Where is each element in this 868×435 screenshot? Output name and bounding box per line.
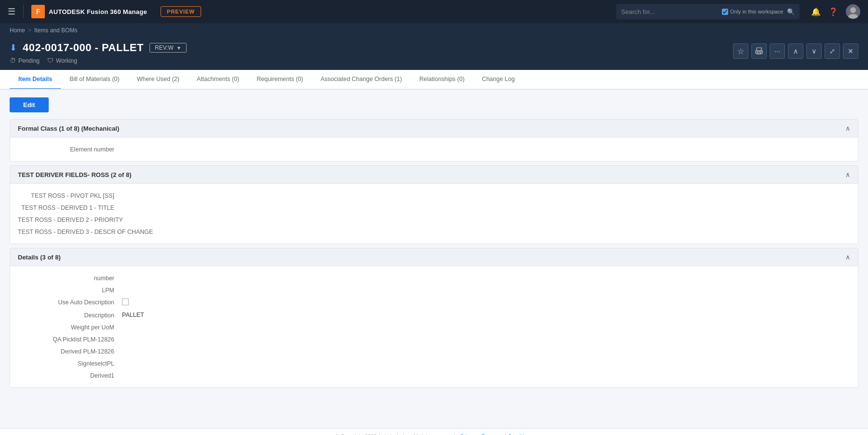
field-label-derived-plm: Derived PLM-12826	[18, 348, 114, 355]
field-weight: Weight per UoM	[18, 321, 850, 333]
tab-change-orders[interactable]: Associated Change Orders (1)	[312, 70, 411, 90]
footer: © Copyright 2023 Autodesk, Inc. All righ…	[0, 428, 868, 435]
breadcrumb-sep: >	[28, 27, 31, 34]
main-content: Edit Formal Class (1 of 8) (Mechanical) …	[0, 90, 868, 428]
nav-up-button[interactable]: ∧	[788, 43, 803, 59]
field-signleselct: SignleselctPL	[18, 357, 850, 369]
star-button[interactable]: ☆	[733, 43, 748, 59]
field-derived-2: TEST ROSS - DERIVED 2 - PRIORITY	[18, 214, 850, 226]
brand-logo-area: F AUTODESK Fusion 360 Manage	[31, 5, 147, 18]
clock-icon: ⏱	[10, 57, 16, 64]
top-nav-icons: 🔔 ❓	[811, 4, 860, 19]
pending-label: Pending	[18, 57, 40, 64]
tab-attachments[interactable]: Attachments (0)	[188, 70, 248, 90]
rev-badge-button[interactable]: REV:W ▼	[149, 43, 187, 53]
hamburger-menu[interactable]: ☰	[8, 6, 15, 17]
more-button[interactable]: ···	[770, 43, 785, 59]
search-input[interactable]	[621, 8, 718, 15]
item-status-row: ⏱ Pending 🛡 Working	[10, 57, 187, 64]
workspace-filter[interactable]: Only in this workspace	[722, 9, 783, 15]
svg-point-1	[848, 14, 858, 19]
tab-where-used[interactable]: Where Used (2)	[128, 70, 188, 90]
user-avatar[interactable]	[846, 4, 860, 19]
section-details-title: Details (3 of 8)	[18, 254, 61, 261]
tab-bom[interactable]: Bill of Materials (0)	[61, 70, 128, 90]
breadcrumb: Home > Items and BOMs	[0, 23, 868, 38]
notification-icon[interactable]: 🔔	[811, 7, 821, 16]
section-test-deriver-body: TEST ROSS - PIVOT PKL [SS] TEST ROSS - D…	[10, 184, 858, 244]
nav-divider	[23, 5, 24, 18]
rev-label: REV:W	[155, 44, 174, 51]
section-details-body: number LPM Use Auto Description Descript…	[10, 266, 858, 387]
field-label-description: Description	[18, 312, 114, 319]
field-lpm: LPM	[18, 284, 850, 296]
section-formal-class-header[interactable]: Formal Class (1 of 8) (Mechanical) ∧	[10, 120, 858, 137]
section-test-deriver-caret: ∧	[845, 171, 850, 178]
shield-icon: 🛡	[47, 57, 54, 64]
auto-description-checkbox[interactable]	[122, 299, 129, 305]
field-number: number	[18, 272, 850, 284]
rev-caret-icon: ▼	[176, 45, 181, 51]
section-formal-class: Formal Class (1 of 8) (Mechanical) ∧ Ele…	[10, 119, 858, 162]
preview-button[interactable]: PREVIEW	[161, 6, 201, 17]
field-derived-3: TEST ROSS - DERIVED 3 - DESCR OF CHANGE	[18, 226, 850, 238]
close-button[interactable]: ✕	[843, 43, 858, 59]
field-label-lpm: LPM	[18, 286, 114, 294]
tab-change-log[interactable]: Change Log	[473, 70, 523, 90]
field-qa-picklist: QA Picklist PLM-12826	[18, 333, 850, 345]
download-icon[interactable]: ⬇	[10, 42, 17, 53]
field-label-qa-picklist: QA Picklist PLM-12826	[18, 336, 114, 343]
field-label-auto-description: Use Auto Description	[18, 299, 114, 306]
field-derived-plm: Derived PLM-12826	[18, 345, 850, 357]
working-label: Working	[56, 57, 77, 64]
item-header: ⬇ 402-0017-000 - PALLET REV:W ▼ ⏱ Pendin…	[0, 38, 868, 70]
section-formal-class-body: Element number	[10, 137, 858, 161]
field-label-element-number: Element number	[18, 146, 114, 153]
expand-button[interactable]: ⤢	[825, 43, 840, 59]
search-icon[interactable]: 🔍	[787, 8, 795, 15]
breadcrumb-current: Items and BOMs	[34, 27, 77, 34]
section-test-deriver-title: TEST DERIVER FIELDS- ROSS (2 of 8)	[18, 171, 131, 178]
edit-button[interactable]: Edit	[10, 97, 49, 112]
field-label-number: number	[18, 274, 114, 282]
field-label-derived-2: TEST ROSS - DERIVED 2 - PRIORITY	[18, 216, 123, 223]
item-title-row: ⬇ 402-0017-000 - PALLET REV:W ▼	[10, 41, 187, 54]
section-formal-class-title: Formal Class (1 of 8) (Mechanical)	[18, 125, 119, 132]
field-label-weight: Weight per UoM	[18, 324, 114, 331]
field-derived1: Derived1	[18, 369, 850, 381]
field-description: Description PALLET	[18, 309, 850, 321]
svg-point-0	[850, 7, 856, 13]
field-derived-1: TEST ROSS - DERIVED 1 - TITLE	[18, 202, 850, 214]
field-label-derived-3: TEST ROSS - DERIVED 3 - DESCR OF CHANGE	[18, 228, 153, 235]
field-label-pivot-pkl: TEST ROSS - PIVOT PKL [SS]	[18, 192, 114, 199]
section-details: Details (3 of 8) ∧ number LPM Use Auto D…	[10, 248, 858, 388]
tab-relationships[interactable]: Relationships (0)	[411, 70, 474, 90]
top-nav: ☰ F AUTODESK Fusion 360 Manage PREVIEW O…	[0, 0, 868, 23]
section-test-deriver: TEST DERIVER FIELDS- ROSS (2 of 8) ∧ TES…	[10, 165, 858, 244]
field-value-auto-description	[122, 299, 850, 307]
field-label-derived-1: TEST ROSS - DERIVED 1 - TITLE	[18, 204, 114, 211]
section-formal-class-caret: ∧	[845, 124, 850, 132]
field-element-number: Element number	[18, 143, 850, 155]
workspace-label: Only in this workspace	[730, 9, 783, 14]
tabs-bar: Item Details Bill of Materials (0) Where…	[0, 70, 868, 90]
section-details-header[interactable]: Details (3 of 8) ∧	[10, 248, 858, 266]
breadcrumb-home[interactable]: Home	[10, 27, 25, 34]
item-header-left: ⬇ 402-0017-000 - PALLET REV:W ▼ ⏱ Pendin…	[10, 41, 187, 64]
item-header-right: ☆ ··· ∧ ∨ ⤢ ✕	[733, 43, 858, 59]
svg-rect-4	[757, 52, 761, 54]
field-auto-description: Use Auto Description	[18, 296, 850, 309]
field-pivot-pkl: TEST ROSS - PIVOT PKL [SS]	[18, 190, 850, 202]
section-test-deriver-header[interactable]: TEST DERIVER FIELDS- ROSS (2 of 8) ∧	[10, 166, 858, 184]
pending-status: ⏱ Pending	[10, 57, 40, 64]
workspace-checkbox[interactable]	[722, 9, 728, 15]
search-box: Only in this workspace 🔍	[616, 4, 800, 19]
tab-requirements[interactable]: Requirements (0)	[248, 70, 312, 90]
nav-down-button[interactable]: ∨	[806, 43, 822, 59]
print-button[interactable]	[751, 43, 767, 59]
item-title: 402-0017-000 - PALLET	[23, 41, 144, 54]
field-label-derived1: Derived1	[18, 372, 114, 379]
help-icon[interactable]: ❓	[828, 7, 838, 16]
field-value-description: PALLET	[122, 312, 850, 318]
tab-item-details[interactable]: Item Details	[10, 70, 61, 90]
